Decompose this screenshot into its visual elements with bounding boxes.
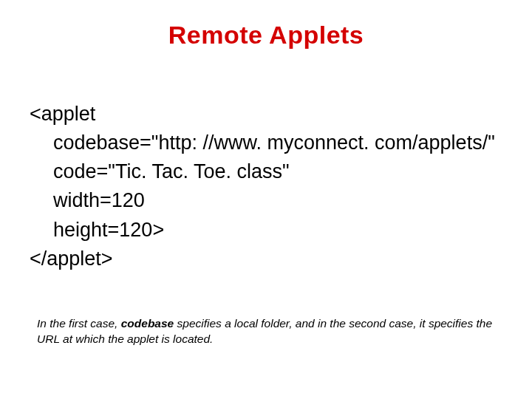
code-line-width: width=120: [30, 186, 517, 215]
slide: Remote Applets <applet codebase="http: /…: [0, 0, 532, 399]
code-line-codebase: codebase="http: //www. myconnect. com/ap…: [30, 129, 517, 157]
code-line-code: code="Tic. Tac. Toe. class": [30, 157, 517, 186]
code-line-height: height=120>: [30, 216, 517, 245]
code-line-close: </applet>: [30, 245, 517, 273]
footnote-part1: In the first case,: [37, 317, 121, 330]
footnote-bold: codebase: [121, 317, 174, 330]
slide-title: Remote Applets: [0, 21, 532, 50]
code-line-open: <applet: [30, 100, 517, 129]
footnote: In the first case, codebase specifies a …: [37, 316, 495, 347]
code-block: <applet codebase="http: //www. myconnect…: [30, 100, 517, 273]
